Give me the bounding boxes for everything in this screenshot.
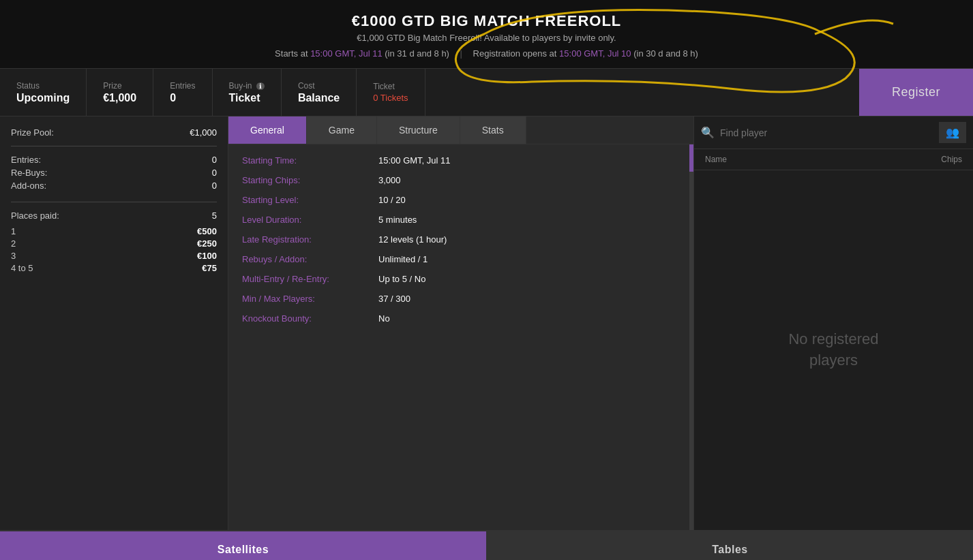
tab-stats[interactable]: Stats — [460, 116, 526, 144]
info-value: 15:00 GMT, Jul 11 — [378, 155, 451, 166]
prize-item: Prize €1,000 — [87, 69, 153, 116]
tab-structure[interactable]: Structure — [377, 116, 460, 144]
satellites-button[interactable]: Satellites — [0, 531, 487, 560]
prize-pool-row: Prize Pool: €1,000 — [11, 127, 217, 146]
tabs-bar: General Game Structure Stats — [228, 116, 693, 144]
tables-button[interactable]: Tables — [487, 531, 973, 560]
reg-label: Registration opens at — [473, 48, 557, 59]
status-bar: Status Upcoming Prize €1,000 Entries 0 B… — [0, 69, 973, 116]
prize-label: Prize — [103, 81, 136, 91]
payout-place: 4 to 5 — [11, 263, 33, 273]
starts-label: Starts at — [275, 48, 308, 59]
info-row: Starting Time:15:00 GMT, Jul 11 — [242, 155, 676, 166]
info-label: Starting Chips: — [242, 175, 378, 185]
tournament-header: €1000 GTD BIG MATCH FREEROLL €1,000 GTD … — [0, 0, 973, 69]
tournament-times: Starts at 15:00 GMT, Jul 11 (in 31 d and… — [14, 48, 959, 59]
info-value: 3,000 — [378, 175, 401, 185]
register-area[interactable]: Register — [859, 69, 973, 116]
info-value: 37 / 300 — [378, 294, 410, 304]
players-header: Name Chips — [694, 149, 973, 170]
prize-pool-value: €1,000 — [190, 127, 217, 138]
starts-time: 15:00 GMT, Jul 11 — [310, 48, 383, 59]
right-panel: 🔍 👥 Name Chips No registered players — [693, 116, 973, 530]
search-input[interactable] — [720, 127, 939, 138]
buyin-label: Buy-in ℹ — [229, 81, 265, 91]
time-divider: | — [460, 48, 462, 59]
info-row: Starting Level:10 / 20 — [242, 195, 676, 205]
cost-value: Balance — [298, 92, 340, 104]
cost-label: Cost — [298, 81, 340, 91]
payout-amount: €250 — [197, 238, 217, 249]
prize-value: €1,000 — [103, 92, 136, 104]
info-row: Late Registration:12 levels (1 hour) — [242, 234, 676, 245]
info-row: Min / Max Players:37 / 300 — [242, 294, 676, 304]
info-value: Up to 5 / No — [378, 274, 425, 284]
scroll-indicator — [689, 144, 693, 530]
payouts-list: 1€5002€2503€1004 to 5€75 — [11, 226, 217, 273]
buyin-value: Ticket — [229, 92, 265, 104]
addons-value: 0 — [212, 181, 217, 191]
info-label: Min / Max Players: — [242, 294, 378, 304]
stats-section: Entries: 0 Re-Buys: 0 Add-ons: 0 — [11, 155, 217, 202]
addons-row: Add-ons: 0 — [11, 181, 217, 191]
status-item: Status Upcoming — [0, 69, 87, 116]
general-content: Starting Time:15:00 GMT, Jul 11Starting … — [228, 144, 689, 530]
info-label: Multi-Entry / Re-Entry: — [242, 274, 378, 284]
info-row: Multi-Entry / Re-Entry:Up to 5 / No — [242, 274, 676, 284]
entries-label: Entries — [170, 81, 195, 91]
tab-game[interactable]: Game — [307, 116, 377, 144]
info-label: Rebuys / Addon: — [242, 254, 378, 264]
info-row: Rebuys / Addon:Unlimited / 1 — [242, 254, 676, 264]
reg-time: 15:00 GMT, Jul 10 — [559, 48, 631, 59]
scroll-thumb — [689, 144, 693, 172]
info-label: Level Duration: — [242, 215, 378, 225]
info-value: 10 / 20 — [378, 195, 406, 205]
payout-row: 1€500 — [11, 226, 217, 236]
buyin-info-icon: ℹ — [256, 82, 265, 90]
status-value: Upcoming — [16, 92, 70, 104]
tournament-title: €1000 GTD BIG MATCH FREEROLL — [14, 12, 959, 30]
entries-stat-label: Entries: — [11, 155, 41, 165]
tournament-subtitle: €1,000 GTD Big Match Freeroll! Available… — [14, 33, 959, 43]
name-col-header: Name — [705, 155, 727, 164]
starts-suffix: (in 31 d and 8 h) — [385, 48, 449, 59]
payout-place: 1 — [11, 226, 16, 236]
info-value: No — [378, 313, 390, 324]
entries-item: Entries 0 — [153, 69, 212, 116]
entries-stat-value: 0 — [212, 155, 217, 165]
info-value: 5 minutes — [378, 215, 417, 225]
info-row: Level Duration:5 minutes — [242, 215, 676, 225]
search-bar: 🔍 👥 — [694, 116, 973, 149]
payout-place: 3 — [11, 251, 16, 261]
rebuys-value: 0 — [212, 168, 217, 178]
entries-row: Entries: 0 — [11, 155, 217, 165]
addons-label: Add-ons: — [11, 181, 46, 191]
payout-place: 2 — [11, 238, 16, 249]
info-label: Knockout Bounty: — [242, 313, 378, 324]
info-label: Starting Time: — [242, 155, 378, 166]
payout-row: 3€100 — [11, 251, 217, 261]
info-label: Late Registration: — [242, 234, 378, 245]
info-label: Starting Level: — [242, 195, 378, 205]
places-paid-label: Places paid: — [11, 211, 59, 221]
cost-item: Cost Balance — [282, 69, 357, 116]
places-paid-value: 5 — [212, 211, 217, 221]
places-paid-row: Places paid: 5 — [11, 211, 217, 221]
info-value: Unlimited / 1 — [378, 254, 428, 264]
main-content: Prize Pool: €1,000 Entries: 0 Re-Buys: 0… — [0, 116, 973, 530]
tab-general[interactable]: General — [228, 116, 307, 144]
no-players-message: No registered players — [694, 170, 973, 530]
info-row: Knockout Bounty:No — [242, 313, 676, 324]
center-panel: General Game Structure Stats Starting Ti… — [228, 116, 693, 530]
chips-col-header: Chips — [941, 155, 962, 164]
rebuys-label: Re-Buys: — [11, 168, 47, 178]
info-row: Starting Chips:3,000 — [242, 175, 676, 185]
register-button[interactable]: Register — [859, 69, 973, 116]
payout-amount: €100 — [197, 251, 217, 261]
payout-row: 4 to 5€75 — [11, 263, 217, 273]
payout-amount: €75 — [202, 263, 217, 273]
entries-value: 0 — [170, 92, 195, 104]
search-icon: 🔍 — [701, 126, 715, 139]
reg-suffix: (in 30 d and 8 h) — [633, 48, 698, 59]
players-icon-button[interactable]: 👥 — [939, 122, 966, 143]
